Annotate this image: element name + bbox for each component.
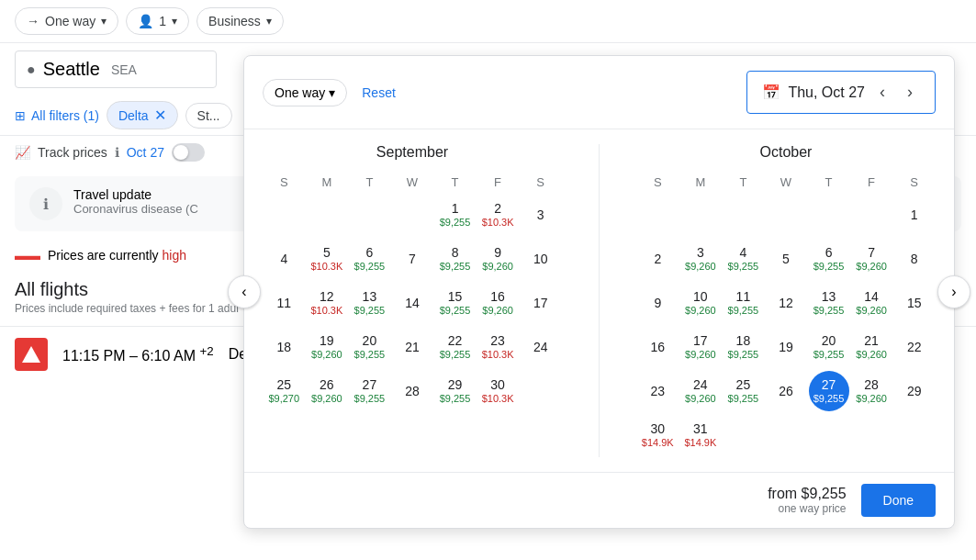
calendar-day[interactable]: 28 $9,260 [851,371,892,411]
calendar-day[interactable]: 20 $9,255 [809,327,849,367]
calendar-day[interactable]: 1 $9,255 [435,195,476,235]
table-row[interactable]: 17 $9,260 [679,325,723,369]
calendar-day[interactable]: 24 $9,260 [680,371,721,411]
table-row[interactable]: 29 [892,369,936,413]
calendar-day[interactable]: 8 [894,239,935,279]
date-next-button[interactable]: › [900,79,920,106]
calendar-day[interactable]: 3 [521,195,561,235]
calendar-day[interactable]: 9 [637,283,678,323]
calendar-day[interactable]: 28 [392,371,432,411]
table-row[interactable]: 31 $14.9K [679,413,723,457]
table-row[interactable]: 26 [765,369,808,413]
table-row[interactable]: 3 [519,193,562,237]
table-row[interactable]: 8 [892,237,936,281]
table-row[interactable]: 20 $9,255 [807,325,850,369]
table-row[interactable]: 14 $9,260 [850,281,893,325]
calendar-day[interactable]: 15 $9,255 [435,283,476,323]
table-row[interactable]: 21 $9,260 [850,325,893,369]
calendar-prev-button[interactable]: ‹ [228,275,261,308]
stops-filter-chip[interactable]: St... [185,103,232,129]
calendar-day[interactable]: 27 $9,255 [349,371,389,411]
table-row[interactable]: 11 [263,281,306,325]
table-row[interactable]: 23 [636,369,679,413]
calendar-day[interactable]: 10 $9,260 [680,283,721,323]
table-row[interactable]: 1 $9,255 [433,193,477,237]
calendar-day[interactable]: 25 $9,270 [264,371,304,411]
table-row[interactable]: 28 [391,369,434,413]
table-row[interactable]: 30 $14.9K [636,413,679,457]
delta-filter-chip[interactable]: Delta ✕ [107,101,178,129]
calendar-day[interactable]: 29 [894,371,935,411]
calendar-day[interactable]: 26 [766,371,806,411]
table-row[interactable]: 9 $9,260 [477,237,520,281]
calendar-day[interactable]: 19 [766,327,806,367]
all-filters-button[interactable]: ⊞ All filters (1) [15,108,99,123]
table-row[interactable]: 5 $10.3K [306,237,349,281]
table-row[interactable]: 13 $9,255 [807,281,850,325]
calendar-day[interactable]: 11 [264,283,304,323]
calendar-day[interactable]: 26 $9,260 [307,371,347,411]
table-row[interactable]: 24 [519,325,562,369]
trip-type-selector[interactable]: → One way ▾ [15,7,118,35]
table-row[interactable]: 19 [765,325,808,369]
class-selector[interactable]: Business ▾ [196,7,284,35]
table-row[interactable]: 9 [636,281,679,325]
table-row[interactable]: 14 [391,281,434,325]
table-row[interactable]: 8 $9,255 [433,237,477,281]
calendar-day[interactable]: 1 [894,195,935,235]
table-row[interactable]: 30 $10.3K [477,369,520,413]
table-row[interactable]: 12 $10.3K [306,281,349,325]
table-row[interactable]: 27 $9,255 [807,369,850,413]
table-row[interactable]: 20 $9,255 [348,325,391,369]
calendar-day[interactable]: 30 $10.3K [477,371,518,411]
calendar-day[interactable]: 4 $9,255 [723,239,763,279]
calendar-next-button[interactable]: › [937,275,970,308]
calendar-day[interactable]: 16 [637,327,678,367]
calendar-reset-button[interactable]: Reset [362,85,396,100]
calendar-day[interactable]: 11 $9,255 [723,283,763,323]
table-row[interactable]: 16 [636,325,679,369]
calendar-day[interactable]: 7 $9,260 [851,239,892,279]
calendar-direction-selector[interactable]: One way ▾ [263,79,347,106]
table-row[interactable]: 22 [892,325,936,369]
date-prev-button[interactable]: ‹ [872,79,892,106]
close-icon[interactable]: ✕ [154,106,166,124]
calendar-day[interactable]: 20 $9,255 [349,327,389,367]
calendar-day[interactable]: 24 [521,327,561,367]
table-row[interactable]: 7 [391,237,434,281]
table-row[interactable]: 23 $10.3K [477,325,520,369]
calendar-day[interactable]: 17 $9,260 [680,327,721,367]
calendar-day[interactable]: 13 $9,255 [349,283,389,323]
table-row[interactable]: 15 [892,281,936,325]
calendar-day[interactable]: 27 $9,255 [809,371,849,411]
calendar-day[interactable]: 5 [766,239,806,279]
passengers-selector[interactable]: 👤 1 ▾ [126,7,189,35]
calendar-day[interactable]: 31 $14.9K [680,415,721,455]
table-row[interactable]: 6 $9,255 [807,237,850,281]
calendar-day[interactable]: 12 $10.3K [307,283,347,323]
table-row[interactable]: 28 $9,260 [850,369,893,413]
table-row[interactable]: 2 $10.3K [477,193,520,237]
table-row[interactable]: 2 [636,237,679,281]
table-row[interactable]: 25 $9,270 [263,369,306,413]
calendar-day[interactable]: 2 $10.3K [477,195,518,235]
calendar-day[interactable]: 14 [392,283,432,323]
calendar-day[interactable]: 18 $9,255 [723,327,763,367]
calendar-day[interactable]: 5 $10.3K [307,239,347,279]
origin-field[interactable]: ● Seattle SEA [15,50,217,88]
table-row[interactable]: 17 [519,281,562,325]
table-row[interactable]: 3 $9,260 [679,237,723,281]
track-prices-toggle[interactable] [172,143,205,162]
calendar-day[interactable]: 2 [637,239,678,279]
table-row[interactable]: 11 $9,255 [722,281,765,325]
done-button[interactable]: Done [861,484,936,517]
table-row[interactable]: 21 [391,325,434,369]
calendar-day[interactable]: 14 $9,260 [851,283,892,323]
calendar-day[interactable]: 25 $9,255 [723,371,763,411]
calendar-day[interactable]: 3 $9,260 [680,239,721,279]
calendar-day[interactable]: 17 [521,283,561,323]
calendar-day[interactable]: 7 [392,239,432,279]
calendar-day[interactable]: 23 [637,371,678,411]
table-row[interactable]: 18 [263,325,306,369]
table-row[interactable]: 12 [765,281,808,325]
